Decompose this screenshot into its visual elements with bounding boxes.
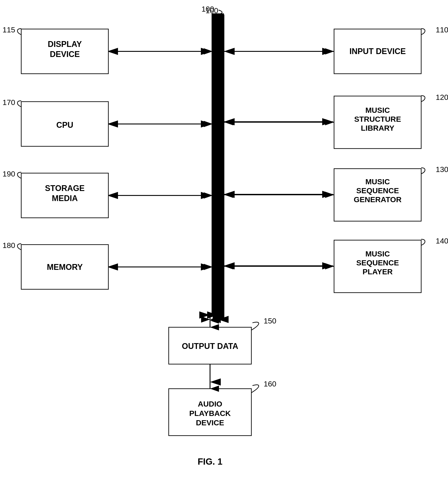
svg-text:STRUCTURE: STRUCTURE [354,115,401,123]
svg-text:PLAYER: PLAYER [363,267,393,276]
svg-text:100: 100 [201,5,214,13]
svg-text:DISPLAY: DISPLAY [48,39,82,49]
svg-rect-43 [334,169,421,221]
svg-text:STORAGE: STORAGE [45,184,85,193]
main-diagram-svg: DISPLAY DEVICE INPUT DEVICE CPU MUSIC ST… [0,0,448,491]
svg-text:GENERATOR: GENERATOR [354,195,401,204]
svg-text:SEQUENCE: SEQUENCE [356,186,399,195]
svg-text:DEVICE: DEVICE [196,418,224,427]
svg-text:MEMORY: MEMORY [47,263,83,272]
svg-text:MUSIC: MUSIC [365,250,390,258]
svg-text:MUSIC: MUSIC [365,177,390,186]
svg-text:115: 115 [2,26,15,34]
svg-text:PLAYBACK: PLAYBACK [189,409,231,417]
svg-text:120: 120 [436,93,448,101]
svg-text:180: 180 [2,241,15,250]
svg-rect-23 [213,15,224,320]
svg-text:LIBRARY: LIBRARY [361,124,394,132]
svg-text:INPUT DEVICE: INPUT DEVICE [350,47,406,56]
svg-text:SEQUENCE: SEQUENCE [356,258,399,267]
svg-text:FIG. 1: FIG. 1 [198,457,222,466]
svg-text:140: 140 [436,236,448,245]
svg-text:DEVICE: DEVICE [50,50,80,59]
svg-text:150: 150 [264,317,276,325]
svg-text:190: 190 [2,170,15,178]
svg-text:130: 130 [436,165,448,174]
svg-text:170: 170 [2,98,15,107]
diagram: 100 [0,0,448,491]
svg-text:CPU: CPU [56,120,73,130]
svg-text:110: 110 [436,26,448,34]
svg-text:MUSIC: MUSIC [365,106,390,114]
svg-text:AUDIO: AUDIO [198,400,222,408]
svg-text:160: 160 [264,379,276,388]
svg-text:OUTPUT DATA: OUTPUT DATA [182,341,238,351]
svg-text:MEDIA: MEDIA [52,194,78,203]
